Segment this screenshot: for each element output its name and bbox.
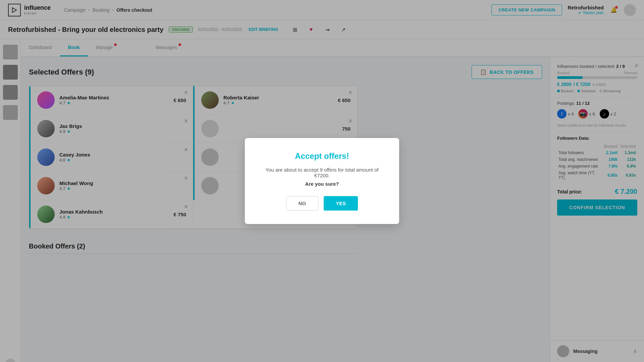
modal-yes-button[interactable]: YES <box>324 196 358 211</box>
modal-body: You are about to accept 9 offers for tot… <box>261 167 383 178</box>
modal-overlay: Accept offers! You are about to accept 9… <box>0 0 644 362</box>
accept-offers-modal: Accept offers! You are about to accept 9… <box>245 138 399 224</box>
modal-actions: NO YES <box>261 196 383 211</box>
modal-title: Accept offers! <box>261 151 383 161</box>
modal-no-button[interactable]: NO <box>286 196 319 211</box>
modal-question: Are you sure? <box>261 181 383 187</box>
